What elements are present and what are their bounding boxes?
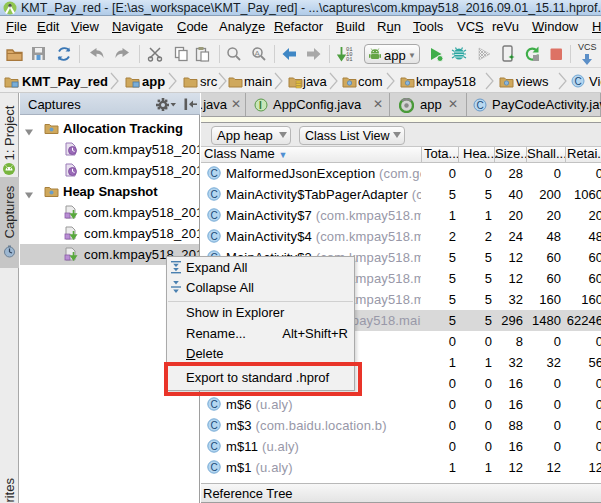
svg-text:C: C	[211, 462, 218, 473]
svg-text:C: C	[575, 76, 582, 87]
svg-text:C: C	[211, 441, 218, 452]
svg-text:I: I	[259, 100, 262, 111]
svg-text:A: A	[255, 49, 261, 58]
svg-text:C: C	[211, 189, 218, 200]
svg-text:C: C	[211, 210, 218, 221]
svg-text:C: C	[477, 100, 484, 111]
svg-text:C: C	[211, 420, 218, 431]
svg-text:C: C	[211, 399, 218, 410]
svg-text:01: 01	[346, 56, 353, 63]
svg-text:C: C	[211, 168, 218, 179]
svg-text:C: C	[211, 231, 218, 242]
